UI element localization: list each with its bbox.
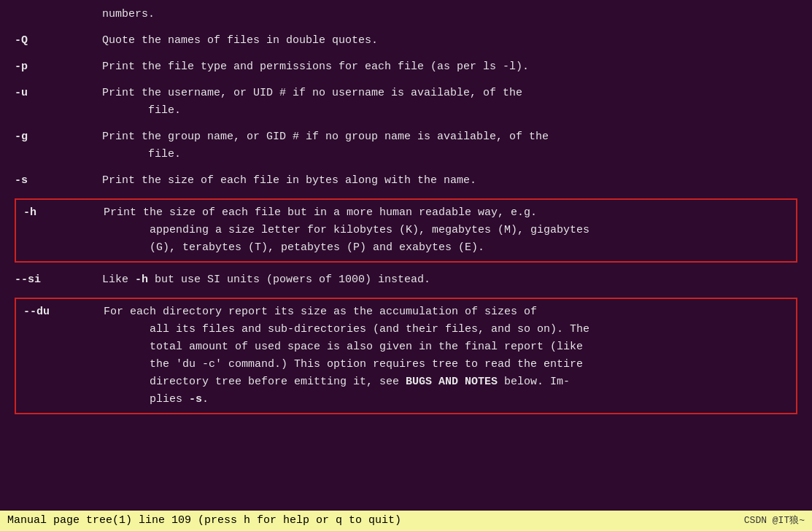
flag-Q: -Q <box>15 32 102 50</box>
entry-g: -g Print the group name, or GID # if no … <box>15 128 797 163</box>
desc-Q: Quote the names of files in double quote… <box>102 32 797 50</box>
entry-du-highlighted: --du For each directory report its size … <box>15 298 797 414</box>
status-bar-right: CSDN @IT狼~ <box>744 513 805 529</box>
entry-Q: -Q Quote the names of files in double qu… <box>15 32 797 50</box>
flag-g: -g <box>15 128 102 163</box>
entry-p: -p Print the file type and permissions f… <box>15 58 797 76</box>
entry-numbers: numbers. <box>15 6 797 23</box>
entry-h-highlighted: -h Print the size of each file but in a … <box>15 198 797 263</box>
flag-p: -p <box>15 58 102 76</box>
bold-s-ref: -s <box>189 393 202 406</box>
flag-h: -h <box>23 204 104 257</box>
status-bar-left: Manual page tree(1) line 109 (press h fo… <box>7 512 401 530</box>
flag-empty <box>15 6 102 23</box>
bold-h-ref: -h <box>135 274 148 286</box>
desc-u: Print the username, or UID # if no usern… <box>102 85 797 120</box>
entry-u: -u Print the username, or UID # if no us… <box>15 85 797 120</box>
desc-s: Print the size of each file in bytes alo… <box>102 172 797 190</box>
main-content: numbers. -Q Quote the names of files in … <box>0 0 812 511</box>
status-bar: Manual page tree(1) line 109 (press h fo… <box>0 511 812 531</box>
desc-du: For each directory report its size as th… <box>104 303 789 408</box>
desc-h: Print the size of each file but in a mor… <box>104 204 789 257</box>
desc-p: Print the file type and permissions for … <box>102 58 797 76</box>
entry-s: -s Print the size of each file in bytes … <box>15 172 797 190</box>
flag-du: --du <box>23 303 104 408</box>
flag-s: -s <box>15 172 102 190</box>
bold-bugs: BUGS AND NOTES <box>406 376 498 388</box>
entry-si: --si Like -h but use SI units (powers of… <box>15 271 797 289</box>
desc-g: Print the group name, or GID # if no gro… <box>102 128 797 163</box>
desc-si: Like -h but use SI units (powers of 1000… <box>102 271 797 289</box>
flag-si: --si <box>15 271 102 289</box>
flag-u: -u <box>15 85 102 120</box>
desc-numbers: numbers. <box>102 6 797 23</box>
